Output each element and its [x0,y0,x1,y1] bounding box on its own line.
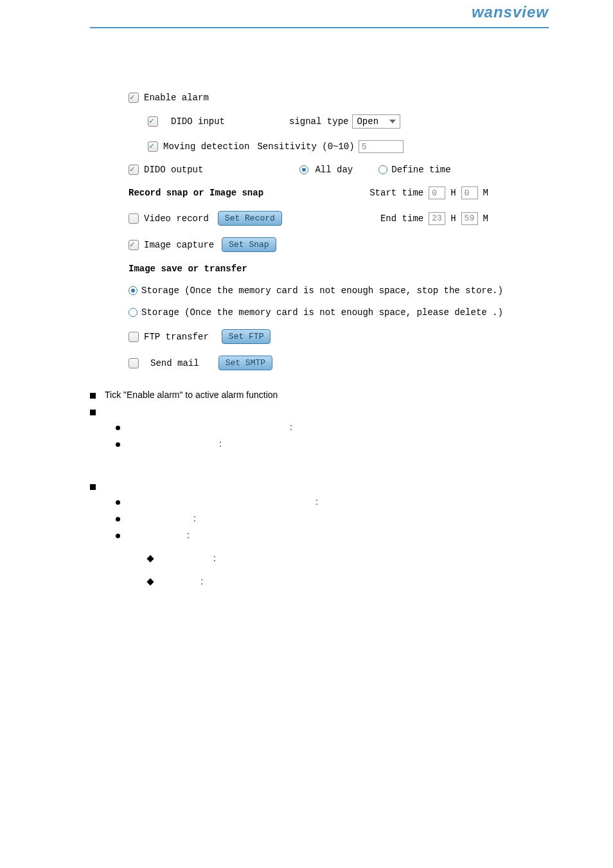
ftp-transfer-label: FTP transfer [144,332,209,342]
square-bullet-icon [90,393,96,399]
h-label-2: H [450,213,456,224]
video-record-checkbox[interactable] [129,213,139,224]
signal-type-value: Open [357,116,378,127]
send-mail-checkbox[interactable] [129,358,139,368]
send-mail-label: Send mail [150,358,199,368]
define-time-radio[interactable] [378,165,387,174]
image-capture-checkbox[interactable] [129,240,139,250]
all-day-radio[interactable] [299,165,308,174]
end-min-input[interactable]: 59 [461,212,478,225]
record-section-title: Record snap or Image snap [129,188,263,198]
video-record-label: Video record [144,213,209,224]
set-ftp-button[interactable]: Set FTP [222,329,271,344]
chevron-down-icon [389,120,396,123]
dido-input-checkbox[interactable] [148,116,158,127]
start-hour-input[interactable]: 0 [429,186,445,199]
all-day-label: All day [315,165,353,175]
signal-type-label: signal type [289,116,348,127]
end-time-label: End time [380,213,423,224]
storage-delete-label: Storage (Once the memory card is not eno… [141,307,503,318]
circle-bullet-icon [116,426,120,430]
set-snap-button[interactable]: Set Snap [222,237,276,252]
note-colon: : [187,530,190,540]
note-colon: : [290,422,292,432]
square-bullet-icon [90,484,96,490]
storage-stop-radio[interactable] [129,286,138,295]
set-smtp-button[interactable]: Set SMTP [218,356,272,370]
h-label: H [450,188,456,198]
start-time-label: Start time [369,188,423,198]
moving-detection-checkbox[interactable] [148,141,158,152]
dido-input-label: DIDO input [171,116,225,127]
logo-text: wansview [472,3,549,21]
sensitivity-input[interactable]: 5 [359,140,404,153]
storage-stop-label: Storage (Once the memory card is not eno… [141,285,503,296]
dido-output-label: DIDO output [144,165,203,175]
enable-alarm-checkbox[interactable] [129,93,139,103]
note-colon: : [315,496,318,507]
sensitivity-label: Sensitivity (0~10) [257,141,354,152]
ftp-transfer-checkbox[interactable] [129,332,139,342]
note-colon: : [219,439,222,449]
alarm-settings-form: Enable alarm DIDO input signal type Open… [0,28,613,370]
diamond-bullet-icon [147,578,154,585]
square-bullet-icon [90,410,96,415]
note-colon: : [213,553,216,563]
image-capture-label: Image capture [144,240,214,250]
logo: wansview [472,3,549,21]
signal-type-dropdown[interactable]: Open [352,114,400,129]
storage-delete-radio[interactable] [129,308,138,317]
note-colon: : [193,513,196,523]
image-section-title: Image save or transfer [129,264,613,274]
m-label-2: M [483,213,488,224]
notes-section: Tick "Enable alarm" to active alarm func… [0,390,613,586]
set-record-button[interactable]: Set Record [218,211,282,226]
start-min-input[interactable]: 0 [461,186,478,199]
circle-bullet-icon [116,500,120,505]
m-label: M [483,188,488,198]
enable-alarm-label: Enable alarm [144,93,209,103]
note-colon: : [200,576,203,586]
circle-bullet-icon [116,517,120,521]
header: wansview [90,0,549,28]
end-hour-input[interactable]: 23 [429,212,445,225]
note-tick-enable: Tick "Enable alarm" to active alarm func… [105,390,278,400]
circle-bullet-icon [116,534,120,538]
moving-detection-label: Moving detection [163,141,249,152]
dido-output-checkbox[interactable] [129,165,139,175]
circle-bullet-icon [116,442,120,447]
define-time-label: Define time [391,165,450,175]
diamond-bullet-icon [147,555,154,562]
